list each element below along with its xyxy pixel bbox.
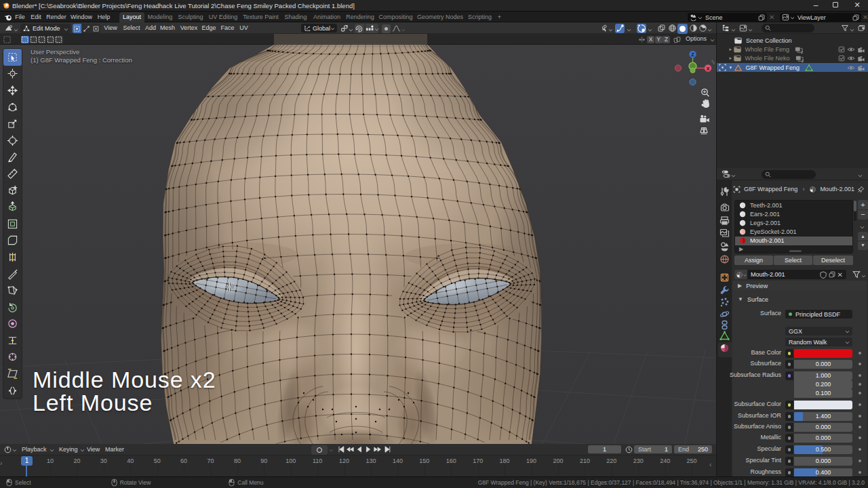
svg-text:Z: Z — [691, 52, 694, 58]
svg-text:X: X — [706, 66, 709, 72]
svg-text:2: 2 — [801, 49, 803, 53]
svg-text:2: 2 — [802, 59, 804, 62]
